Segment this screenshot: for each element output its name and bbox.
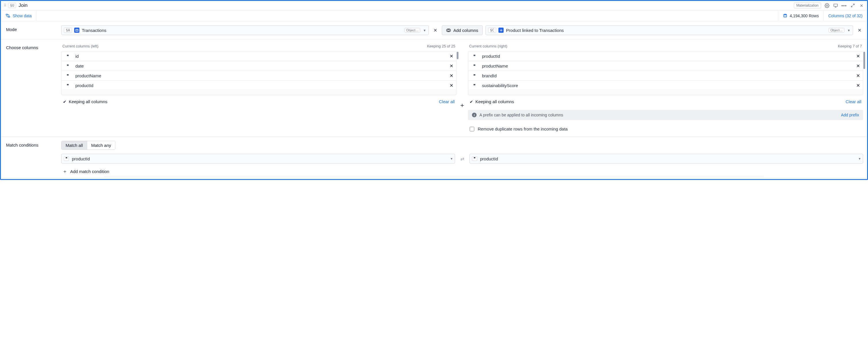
database-icon: [783, 13, 787, 18]
more-icon[interactable]: •••: [841, 3, 847, 8]
column-name: sustainabilityScore: [482, 83, 852, 88]
prefix-banner: i A prefix can be applied to all incomin…: [468, 110, 863, 120]
left-columns-list: ❞id✕❞date✕❞productName✕❞productId✕: [61, 51, 457, 91]
svg-point-8: [500, 30, 502, 31]
match-all-button[interactable]: Match all: [62, 141, 87, 150]
node-title: Join: [19, 3, 27, 8]
left-columns-heading: Current columns (left): [62, 44, 98, 48]
left-dataset-name: Transactions: [82, 28, 402, 33]
dedupe-label: Remove duplicate rows from the incoming …: [478, 127, 568, 131]
show-data-button[interactable]: Show data: [1, 10, 36, 21]
string-type-icon: ❞: [64, 84, 71, 88]
remove-left-dataset-button[interactable]: ✕: [432, 28, 439, 33]
close-icon[interactable]: [859, 3, 864, 8]
infobar: Show data 4,194,300 Rows Columns (32 of …: [1, 10, 867, 21]
left-clear-all-button[interactable]: Clear all: [439, 99, 455, 104]
left-keeping-all-label: Keeping all columns: [69, 99, 107, 104]
right-columns-scrollbar[interactable]: [863, 52, 865, 69]
right-object-tag: Object…: [829, 28, 844, 32]
right-keeping-all-label: Keeping all columns: [475, 99, 514, 104]
choose-columns-section: Choose columns Current columns (left) Ke…: [1, 39, 867, 137]
column-item: ❞productId✕: [62, 81, 456, 90]
remove-column-button[interactable]: ✕: [450, 63, 453, 69]
node-tag: $U: [8, 3, 16, 8]
add-columns-label: Add columns: [453, 28, 478, 33]
right-dataset-caret[interactable]: ▾: [847, 28, 851, 32]
remove-column-button[interactable]: ✕: [856, 63, 860, 69]
right-clear-all-button[interactable]: Clear all: [845, 99, 861, 104]
svg-point-0: [826, 5, 828, 6]
chevron-down-icon: ▾: [451, 157, 453, 161]
svg-rect-3: [8, 17, 10, 18]
check-icon: ✔: [63, 99, 66, 104]
presentation-icon[interactable]: [833, 3, 838, 8]
match-left-column-selector[interactable]: ❞ productId ▾: [61, 154, 455, 164]
match-any-button[interactable]: Match any: [87, 141, 115, 150]
info-icon: i: [472, 113, 476, 117]
add-match-condition-label: Add match condition: [70, 169, 109, 174]
columns-link[interactable]: Columns (32 of 32): [824, 11, 863, 21]
row-count-text: 4,194,300 Rows: [790, 13, 819, 18]
prefix-text: A prefix can be applied to all incoming …: [479, 113, 563, 117]
materialization-button[interactable]: Materialization: [794, 3, 821, 8]
settings-gear-icon[interactable]: [824, 3, 830, 8]
string-type-icon: ❞: [472, 156, 477, 161]
string-type-icon: ❞: [471, 73, 478, 78]
remove-right-dataset-button[interactable]: ✕: [856, 28, 863, 33]
table-icon: [74, 28, 80, 33]
remove-column-button[interactable]: ✕: [856, 83, 860, 88]
choose-columns-label: Choose columns: [1, 43, 61, 132]
right-dataset-selector[interactable]: $C Product linked to Transactions Object…: [486, 25, 853, 35]
svg-point-4: [783, 14, 786, 15]
column-item: ❞productName✕: [62, 71, 456, 81]
column-name: brandId: [482, 73, 852, 78]
right-dataset-name: Product linked to Transactions: [506, 28, 826, 33]
column-item: ❞brandId✕: [468, 71, 863, 81]
swap-arrows-icon[interactable]: ⇄: [455, 156, 469, 162]
plus-icon: ＋: [62, 168, 67, 175]
remove-column-button[interactable]: ✕: [856, 73, 860, 78]
right-columns-heading: Current columns (right): [469, 44, 507, 48]
add-match-condition-button[interactable]: ＋ Add match condition: [61, 168, 863, 175]
match-mode-toggle: Match all Match any: [61, 141, 115, 150]
left-dataset-caret[interactable]: ▾: [423, 28, 427, 32]
column-name: date: [75, 64, 445, 68]
svg-rect-5: [75, 29, 78, 31]
right-columns-overflow: [468, 89, 863, 95]
left-object-tag: Object…: [404, 28, 420, 32]
string-type-icon: ❞: [64, 156, 69, 161]
link-icon: [498, 28, 504, 33]
drag-handle-icon[interactable]: ⠿: [4, 5, 6, 6]
dedupe-checkbox[interactable]: [470, 127, 474, 131]
remove-column-button[interactable]: ✕: [856, 54, 860, 59]
left-dataset-selector[interactable]: $A Transactions Object… ▾: [61, 25, 429, 35]
right-columns-list: ❞productId✕❞productName✕❞brandId✕❞sustai…: [468, 51, 863, 91]
string-type-icon: ❞: [64, 73, 71, 78]
show-data-label: Show data: [13, 13, 32, 18]
mode-label: Mode: [1, 25, 61, 35]
left-columns-scrollbar[interactable]: [457, 52, 459, 59]
match-left-column-name: productId: [72, 156, 448, 161]
remove-column-button[interactable]: ✕: [450, 73, 453, 78]
right-dataset-tag: $C: [488, 28, 496, 33]
string-type-icon: ❞: [471, 64, 478, 68]
add-columns-button[interactable]: Add columns: [442, 25, 483, 35]
chevron-down-icon: ▾: [859, 157, 861, 161]
left-columns-panel: Current columns (left) Keeping 25 of 25 …: [61, 43, 457, 132]
expand-icon[interactable]: [850, 3, 856, 8]
column-item: ❞id✕: [62, 52, 456, 61]
column-name: id: [75, 54, 445, 59]
string-type-icon: ❞: [64, 54, 71, 59]
column-name: productName: [482, 64, 852, 68]
match-right-column-selector[interactable]: ❞ productId ▾: [469, 154, 863, 164]
add-prefix-button[interactable]: Add prefix: [841, 113, 859, 117]
remove-column-button[interactable]: ✕: [450, 83, 453, 88]
string-type-icon: ❞: [471, 54, 478, 59]
dedupe-checkbox-row[interactable]: Remove duplicate rows from the incoming …: [468, 122, 863, 132]
left-dataset-tag: $A: [64, 28, 72, 33]
column-name: productName: [75, 73, 445, 78]
right-columns-panel: Current columns (right) Keeping 7 of 7 ❞…: [468, 43, 863, 132]
column-name: productId: [482, 54, 852, 59]
check-icon: ✔: [470, 99, 473, 104]
remove-column-button[interactable]: ✕: [450, 54, 453, 59]
